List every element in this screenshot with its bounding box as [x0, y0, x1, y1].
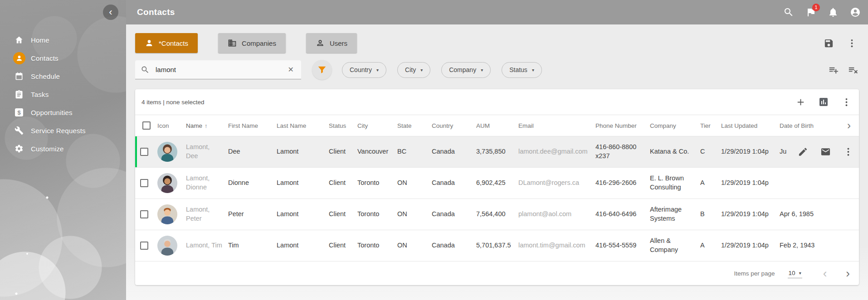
table-row[interactable]: Lamont, Dee Dee Lamont Client Vancouver …	[135, 136, 859, 168]
add-icon[interactable]	[795, 97, 806, 107]
previous-page-icon[interactable]: ‹	[823, 267, 827, 279]
playlist-add-icon[interactable]	[828, 65, 839, 75]
tab-label: Companies	[242, 39, 276, 47]
search-input[interactable]	[155, 65, 286, 74]
row-checkbox[interactable]	[140, 179, 148, 187]
chip-label: City	[405, 66, 416, 73]
cell-country: Canada	[432, 179, 476, 188]
filter-chip-city[interactable]: City ▾	[397, 62, 430, 78]
column-header-country[interactable]: Country	[432, 122, 476, 129]
calendar-icon	[13, 72, 25, 81]
search-icon[interactable]	[783, 7, 794, 18]
table-row[interactable]: Lamont, Peter Peter Lamont Client Toront…	[135, 199, 859, 230]
page-size-select[interactable]: 10 ▾	[788, 269, 802, 278]
cell-last-name: Lamont	[277, 241, 329, 250]
more-options-icon[interactable]	[847, 38, 857, 48]
tab-companies[interactable]: Companies	[218, 33, 286, 53]
cell-phone: 416-296-2606	[595, 179, 650, 188]
sidebar-item-contacts[interactable]: Contacts	[0, 49, 126, 67]
cell-last-updated: 1/29/2019 1:04p	[721, 241, 780, 250]
next-page-icon[interactable]: ›	[846, 267, 850, 279]
column-header-name[interactable]: Name ↑	[186, 122, 228, 129]
edit-icon[interactable]	[798, 147, 808, 157]
column-header-first-name[interactable]: First Name	[228, 122, 277, 129]
tab-label: Users	[330, 39, 347, 47]
filter-chip-country[interactable]: Country ▾	[342, 62, 386, 78]
cell-last-updated: 1/29/2019 1:04p	[721, 179, 780, 188]
column-header-email[interactable]: Email	[518, 122, 595, 129]
cell-phone: 416-860-8800 x237	[595, 143, 650, 160]
table-row[interactable]: Lamont, Dionne Dionne Lamont Client Toro…	[135, 168, 859, 199]
column-header-date-of-birth[interactable]: Date of Birth	[780, 122, 839, 129]
cell-status: Client	[329, 147, 357, 156]
cell-country: Canada	[432, 210, 476, 219]
filter-funnel-button[interactable]	[312, 60, 332, 80]
avatar	[157, 173, 177, 193]
cell-state: ON	[397, 179, 432, 188]
funnel-icon	[317, 65, 327, 75]
scroll-right-icon[interactable]: ›	[847, 120, 851, 131]
avatar	[157, 142, 177, 162]
playlist-remove-icon[interactable]	[848, 65, 858, 75]
column-header-last-name[interactable]: Last Name	[277, 122, 329, 129]
opportunities-icon: $	[15, 108, 23, 116]
sidebar-item-opportunities[interactable]: $ Opportunities	[0, 103, 126, 121]
search-box: ✕	[135, 60, 301, 79]
flag-icon[interactable]: 1	[805, 7, 816, 18]
contacts-table-card: 4 items | none selected Icon	[135, 89, 859, 285]
filter-chip-status[interactable]: Status ▾	[502, 62, 542, 78]
sidebar-item-schedule[interactable]: Schedule	[0, 67, 126, 85]
sidebar-item-home[interactable]: Home	[0, 31, 126, 49]
avatar	[157, 236, 177, 256]
row-checkbox[interactable]	[140, 148, 148, 156]
cell-company: Afterimage Systems	[650, 205, 700, 223]
table-row[interactable]: Lamont, Tim Tim Lamont Client Toronto ON…	[135, 230, 859, 261]
cell-tier: A	[700, 179, 721, 188]
cell-company: Allen & Company	[650, 237, 700, 254]
chevron-left-icon: ‹	[109, 7, 112, 17]
more-options-icon[interactable]	[841, 97, 852, 107]
column-header-phone[interactable]: Phone Number	[595, 122, 650, 129]
account-icon[interactable]	[850, 7, 861, 18]
more-options-icon[interactable]	[843, 147, 853, 157]
select-all-checkbox[interactable]	[142, 121, 151, 130]
cell-aum: 3,735,850	[476, 147, 518, 156]
cell-name: Lamont, Dionne	[186, 174, 228, 192]
column-header-last-updated[interactable]: Last Updated	[721, 122, 780, 129]
row-checkbox[interactable]	[140, 210, 148, 218]
chart-icon[interactable]	[818, 97, 829, 107]
table-header-row: Icon Name ↑ First Name Last Name Status …	[135, 115, 859, 136]
column-header-icon[interactable]: Icon	[157, 122, 186, 129]
email-icon[interactable]	[820, 147, 831, 157]
tab-users[interactable]: Users	[306, 33, 357, 53]
avatar	[157, 204, 177, 224]
column-header-aum[interactable]: AUM	[476, 122, 518, 129]
cell-last-name: Lamont	[277, 147, 329, 156]
sidebar-item-service-requests[interactable]: Service Requests	[0, 121, 126, 140]
clear-search-icon[interactable]: ✕	[286, 64, 296, 75]
bell-icon[interactable]	[828, 7, 839, 18]
sidebar-item-tasks[interactable]: Tasks	[0, 85, 126, 103]
column-header-status[interactable]: Status	[329, 122, 357, 129]
column-header-company[interactable]: Company	[650, 122, 700, 129]
column-header-tier[interactable]: Tier	[700, 122, 721, 129]
wrench-icon	[13, 126, 25, 135]
home-icon	[13, 35, 25, 44]
sidebar-item-customize[interactable]: Customize	[0, 140, 126, 158]
cell-city: Toronto	[357, 241, 397, 250]
cell-email: lamont.tim@gmail.com	[518, 241, 595, 250]
row-checkbox[interactable]	[140, 242, 148, 250]
cell-phone: 416-640-6496	[595, 210, 650, 219]
cell-state: BC	[397, 147, 432, 156]
chevron-down-icon: ▾	[532, 68, 534, 73]
save-icon[interactable]	[824, 38, 834, 48]
person-icon	[13, 52, 25, 64]
filter-chip-company[interactable]: Company ▾	[441, 62, 491, 78]
sidebar-collapse-button[interactable]: ‹	[103, 5, 118, 20]
column-header-state[interactable]: State	[397, 122, 432, 129]
column-header-city[interactable]: City	[357, 122, 397, 129]
cell-company: E. L. Brown Consulting	[650, 174, 700, 192]
person-icon	[145, 39, 154, 48]
tab-contacts[interactable]: *Contacts	[135, 33, 198, 53]
cell-name: Lamont, Dee	[186, 143, 228, 160]
